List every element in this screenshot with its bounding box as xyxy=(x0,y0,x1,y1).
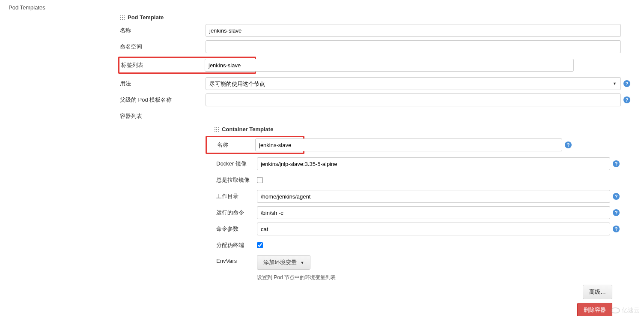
pod-template-title: Pod Template xyxy=(128,14,164,21)
watermark-text: 亿速云 xyxy=(622,307,640,314)
help-icon[interactable]: ? xyxy=(565,141,572,148)
envvars-hint: 设置到 Pod 节点中的环境变量列表 xyxy=(257,274,336,281)
watermark-icon xyxy=(611,307,620,313)
container-args-label: 命令参数 xyxy=(216,223,257,233)
help-icon[interactable]: ? xyxy=(623,96,630,103)
add-envvar-button[interactable]: 添加环境变量 xyxy=(257,255,310,270)
help-icon[interactable]: ? xyxy=(613,226,620,232)
help-icon[interactable]: ? xyxy=(613,160,620,167)
help-icon[interactable]: ? xyxy=(613,193,620,200)
pod-labels-label: 标签列表 xyxy=(121,61,206,69)
container-always-pull-label: 总是拉取镜像 xyxy=(216,174,257,184)
container-template-header: Container Template xyxy=(214,126,635,132)
pod-parent-input[interactable] xyxy=(206,93,621,106)
pod-template-header: Pod Template xyxy=(120,14,635,21)
container-docker-label: Docker 镜像 xyxy=(216,157,257,168)
pod-parent-label: 父级的 Pod 模板名称 xyxy=(120,93,206,104)
pod-namespace-label: 命名空间 xyxy=(120,40,206,51)
container-tty-label: 分配伪终端 xyxy=(216,239,257,249)
container-workdir-label: 工作目录 xyxy=(216,190,257,200)
container-command-label: 运行的命令 xyxy=(216,206,257,217)
container-workdir-input[interactable] xyxy=(257,190,610,203)
container-args-input[interactable] xyxy=(257,223,610,235)
pod-namespace-input[interactable] xyxy=(206,40,621,53)
container-name-input[interactable] xyxy=(255,138,562,151)
pod-usage-select[interactable]: 尽可能的使用这个节点 xyxy=(206,77,621,90)
container-always-pull-checkbox[interactable] xyxy=(257,177,263,183)
pod-name-input[interactable] xyxy=(206,24,621,37)
container-template-title: Container Template xyxy=(222,126,273,132)
drag-handle-icon[interactable] xyxy=(214,127,219,132)
delete-container-button[interactable]: 删除容器 xyxy=(577,303,612,316)
pod-labels-input[interactable] xyxy=(205,59,574,72)
help-icon[interactable]: ? xyxy=(623,80,630,87)
pod-containers-label: 容器列表 xyxy=(120,110,206,120)
advanced-button[interactable]: 高级… xyxy=(583,285,612,299)
drag-handle-icon[interactable] xyxy=(120,15,125,20)
container-docker-input[interactable] xyxy=(257,157,610,170)
pod-name-label: 名称 xyxy=(120,24,206,34)
container-name-label: 名称 xyxy=(217,141,256,149)
pod-usage-label: 用法 xyxy=(120,77,206,87)
watermark: 亿速云 xyxy=(611,307,640,314)
section-title: Pod Templates xyxy=(9,4,635,11)
container-envvars-label: EnvVars xyxy=(216,255,257,264)
container-tty-checkbox[interactable] xyxy=(257,242,263,248)
container-command-input[interactable] xyxy=(257,206,610,219)
help-icon[interactable]: ? xyxy=(613,209,620,216)
